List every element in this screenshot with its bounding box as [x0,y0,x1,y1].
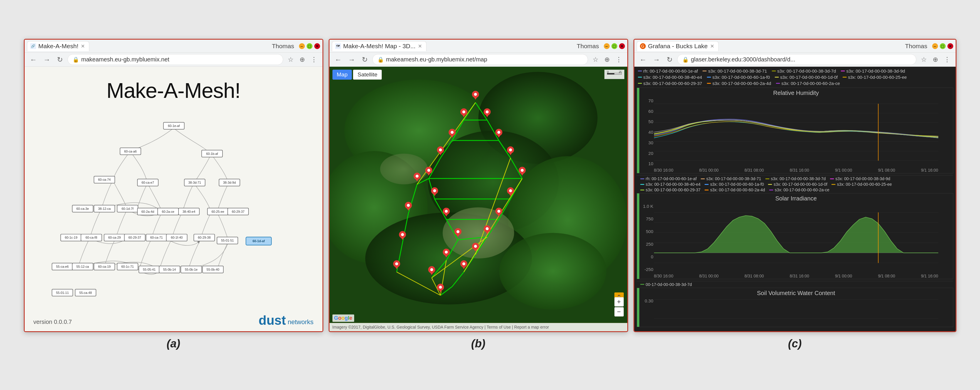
solar-sidebar [637,193,640,279]
extensions-icon-b[interactable]: ⊕ [603,55,611,64]
svg-text:60-1e-af: 60-1e-af [168,124,180,128]
svg-line-108 [458,237,487,240]
humidity-yaxis: 70605040302010 [641,98,654,166]
map-btn-map[interactable]: Map [332,70,352,80]
bookmark-icon-b[interactable]: ☆ [591,55,600,64]
close-btn-c[interactable]: ✕ [947,43,953,49]
tab-a[interactable]: 🔗 Make-A-Mesh! ✕ [27,41,89,51]
solar-inner: Solar Irradiance 1.0 K7505002500-250 [637,193,953,279]
soil-chart: 0.30 [640,297,953,327]
svg-text:60-ca-3e: 60-ca-3e [76,207,89,211]
close-btn-a[interactable]: ✕ [314,43,320,49]
menu-icon-b[interactable]: ⋮ [614,55,624,64]
svg-point-146 [415,174,418,177]
favicon-c: G [640,43,646,49]
lock-icon-a: 🔒 [73,56,79,63]
reload-btn-b[interactable]: ↻ [360,55,369,64]
map-attribution: Imagery ©2017, DigitalGlobe, U.S. Geolog… [329,323,627,331]
legend-s3x-6: s3x: 00-17-0d-00-00-60-1d-0f [775,75,838,80]
legend-s3x-4: s3x: 00-17-0d-00-00-38-40-e4 [638,75,702,80]
svg-text:60-29-38: 60-29-38 [198,236,210,239]
tab-a-close[interactable]: ✕ [81,43,85,50]
content-a: Make-A-Mesh! [25,67,323,331]
tab-b-close[interactable]: ✕ [418,43,422,50]
svg-point-140 [439,149,442,151]
tab-c[interactable]: G Grafana - Bucks Lake ✕ [637,41,719,51]
reload-btn-a[interactable]: ↻ [55,55,65,64]
solar-title: Solar Irradiance [640,193,953,203]
svg-text:60-29-37: 60-29-37 [232,210,244,213]
grafana-panels: Relative Humidity 70605040302010 [634,88,956,331]
menu-icon-c[interactable]: ⋮ [942,55,952,64]
svg-text:60-ca-e7: 60-ca-e7 [141,181,154,184]
svg-marker-121 [473,96,478,100]
toolbar-b: ☆ ⊕ ⋮ [591,55,624,64]
svg-point-173 [401,233,404,236]
url-c: glaser.berkeley.edu:3000/dashboard/d... [691,56,795,63]
tab-b[interactable]: 🗺 Make-A-Mesh! Map - 3D... ✕ [332,41,426,51]
close-btn-b[interactable]: ✕ [619,43,625,49]
minimize-btn-c[interactable]: – [932,43,938,49]
extensions-icon-a[interactable]: ⊕ [298,55,307,64]
svg-text:55-0b-14: 55-0b-14 [163,268,176,271]
window-b: 🗺 Make-A-Mesh! Map - 3D... ✕ Thomas – □ … [329,39,628,332]
address-input-a[interactable]: 🔒 makeamesh.eu-gb.mybluemix.net [68,54,283,65]
humidity-inner: Relative Humidity 70605040302010 [637,88,953,173]
svg-line-110 [408,184,417,213]
map-btn-satellite[interactable]: Satellite [353,70,382,80]
svg-point-149 [427,169,430,172]
maximize-btn-c[interactable]: □ [940,43,946,49]
svg-text:200m: 200m [619,71,622,74]
svg-text:60-1d-7f: 60-1d-7f [122,207,134,211]
panel-b-wrapper: 🗺 Make-A-Mesh! Map - 3D... ✕ Thomas – □ … [329,39,628,351]
legend-s3x-3: s3x: 00-17-0d-00-00-38-3d-9d [841,69,905,74]
maximize-btn-b[interactable]: □ [611,43,617,49]
svg-point-152 [509,189,512,192]
svg-marker-187 [429,271,434,275]
back-btn-b[interactable]: ← [333,55,344,64]
back-btn-c[interactable]: ← [638,55,648,64]
fwd-btn-a[interactable]: → [42,55,52,64]
bookmark-icon-a[interactable]: ☆ [286,55,296,64]
svg-point-176 [474,245,477,248]
solar-xaxis: 8/30 16:008/31 00:008/31 08:008/31 16:00… [654,273,938,278]
zoom-out-btn[interactable]: − [614,307,624,316]
menu-icon-a[interactable]: ⋮ [309,55,319,64]
svg-point-143 [521,169,523,172]
fwd-btn-c[interactable]: → [651,55,662,64]
humidity-title: Relative Humidity [640,88,953,97]
extensions-icon-c[interactable]: ⊕ [931,55,940,64]
svg-point-134 [450,131,453,134]
address-input-b[interactable]: 🔒 makeamesh.eu-gb.mybluemix.net/map [372,54,588,65]
svg-text:60-1c-71: 60-1c-71 [121,265,134,269]
titlebar-a: 🔗 Make-A-Mesh! ✕ Thomas – □ ✕ [25,40,323,53]
zoom-controls: + − [614,297,624,316]
dust-logo: dust networks [259,313,313,328]
bookmark-icon-c[interactable]: ☆ [919,55,929,64]
legend-s3x-2: s3x: 00-17-0d-00-00-38-3d-7d [772,69,836,74]
svg-point-122 [474,93,477,96]
minimize-btn-b[interactable]: – [604,43,610,49]
panel-c-wrapper: G Grafana - Bucks Lake ✕ Thomas – □ ✕ ← … [633,39,956,351]
reload-btn-c[interactable]: ↻ [665,55,674,64]
zoom-in-btn[interactable]: + [614,297,624,307]
fwd-btn-b[interactable]: → [347,55,357,64]
map-controls: Map Satellite [332,70,382,80]
tab-c-close[interactable]: ✕ [710,43,714,50]
minimize-btn-a[interactable]: – [299,43,305,49]
svg-marker-184 [461,266,466,269]
toolbar-c: ☆ ⊕ ⋮ [919,55,952,64]
maximize-btn-a[interactable]: □ [307,43,312,49]
address-input-c[interactable]: 🔒 glaser.berkeley.edu:3000/dashboard/d..… [677,54,916,65]
legend-s3x-5: s3x: 00-17-0d-00-00-60-1a-f0 [707,75,770,80]
addressbar-c: ← → ↻ 🔒 glaser.berkeley.edu:3000/dashboa… [634,53,956,67]
tab-b-label: Make-A-Mesh! Map - 3D... [343,43,415,50]
back-btn-a[interactable]: ← [28,55,39,64]
svg-point-167 [485,227,488,230]
google-logo: Google [332,315,354,322]
titlebar-b: 🗺 Make-A-Mesh! Map - 3D... ✕ Thomas – □ … [329,40,627,53]
map-compass: 0 200m [605,70,624,79]
solar-panel: Solar Irradiance 1.0 K7505002500-250 [637,193,953,279]
svg-point-170 [457,230,459,233]
legend-s3x-7: s3x: 00-17-0d-00-00-60-25-ee [843,75,907,80]
